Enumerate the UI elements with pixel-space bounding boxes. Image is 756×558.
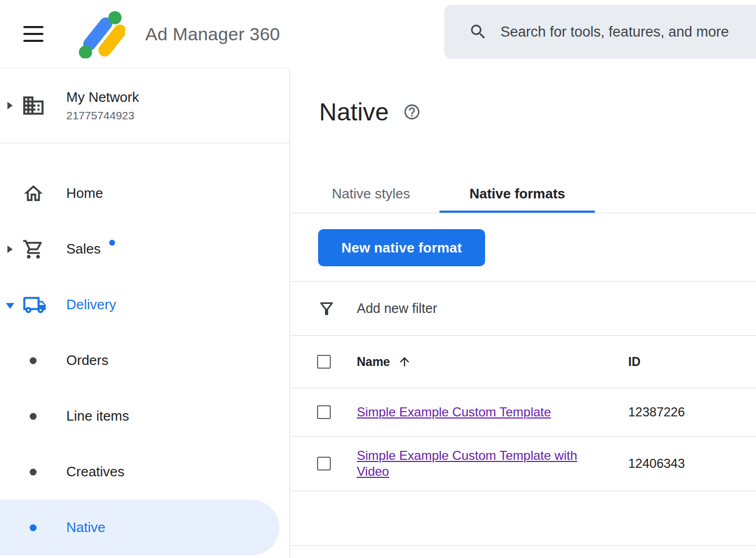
bullet-icon xyxy=(30,524,37,531)
bullet-icon xyxy=(30,357,37,364)
building-icon xyxy=(21,93,46,118)
format-link[interactable]: Simple Example Custom Template xyxy=(357,404,551,420)
main-content: Native Native styles Native formats New … xyxy=(291,68,756,558)
menu-icon[interactable] xyxy=(23,26,43,42)
format-id: 12406343 xyxy=(628,456,685,471)
search-icon xyxy=(469,22,488,41)
notification-dot xyxy=(109,240,115,246)
sidebar-item-native[interactable]: Native xyxy=(0,500,279,555)
search-input[interactable] xyxy=(500,24,751,40)
sidebar-item-label: Sales xyxy=(66,241,101,257)
expand-down-icon[interactable] xyxy=(6,303,14,309)
help-icon[interactable] xyxy=(403,103,421,121)
home-icon xyxy=(22,182,45,205)
network-name: My Network xyxy=(66,89,139,106)
expand-right-icon[interactable] xyxy=(7,246,13,253)
sidebar-item-sales[interactable]: Sales xyxy=(0,221,289,277)
row-checkbox[interactable] xyxy=(317,457,331,470)
sidebar-item-label: Home xyxy=(66,185,103,202)
ad-manager-logo-icon xyxy=(76,10,125,58)
sidebar-item-label: Orders xyxy=(66,352,108,369)
add-filter-bar[interactable]: Add new filter xyxy=(291,282,756,336)
format-link[interactable]: Simple Example Custom Template with Vide… xyxy=(357,448,606,479)
cart-icon xyxy=(22,238,45,260)
sidebar-item-label: Native xyxy=(66,519,106,536)
sidebar-item-home[interactable]: Home xyxy=(0,165,289,221)
page-header: Native xyxy=(291,68,756,126)
column-header-name[interactable]: Name xyxy=(357,355,390,369)
sort-ascending-icon[interactable] xyxy=(398,355,411,369)
sidebar-item-line-items[interactable]: Line items xyxy=(0,388,289,444)
page-title: Native xyxy=(319,98,389,126)
tab-native-formats[interactable]: Native formats xyxy=(439,175,595,213)
row-checkbox[interactable] xyxy=(317,405,331,419)
bullet-icon xyxy=(30,413,37,420)
empty-row xyxy=(291,491,756,546)
table-row: Simple Example Custom Template 12387226 xyxy=(291,388,756,437)
app-title: Ad Manager 360 xyxy=(145,24,280,45)
sidebar: My Network 21775744923 Home Sales Delive… xyxy=(0,68,290,558)
select-all-checkbox[interactable] xyxy=(317,355,331,369)
sidebar-item-label: Line items xyxy=(66,408,129,424)
bullet-icon xyxy=(30,468,37,475)
tab-label: Native styles xyxy=(332,186,410,202)
search-bar[interactable] xyxy=(444,5,756,59)
sidebar-nav: Home Sales Delivery Orders Line items xyxy=(0,143,289,555)
sidebar-item-label: Creatives xyxy=(66,464,125,480)
expand-right-icon[interactable] xyxy=(7,102,13,109)
top-bar: Ad Manager 360 xyxy=(0,0,756,68)
column-header-id[interactable]: ID xyxy=(628,355,640,369)
network-selector[interactable]: My Network 21775744923 xyxy=(0,68,289,143)
tab-bar: Native styles Native formats xyxy=(291,175,756,213)
table-header-row: Name ID xyxy=(291,336,756,388)
new-native-format-button[interactable]: New native format xyxy=(318,229,485,266)
filter-icon xyxy=(317,299,336,318)
sidebar-item-delivery[interactable]: Delivery xyxy=(0,277,289,333)
format-id: 12387226 xyxy=(628,405,685,420)
sidebar-item-creatives[interactable]: Creatives xyxy=(0,444,289,500)
table-row: Simple Example Custom Template with Vide… xyxy=(291,437,756,491)
network-id: 21775744923 xyxy=(66,109,139,122)
add-filter-label: Add new filter xyxy=(357,301,437,316)
tab-label: Native formats xyxy=(469,186,565,202)
native-formats-table: Name ID Simple Example Custom Template 1… xyxy=(291,336,756,546)
truck-icon xyxy=(22,293,47,317)
sidebar-item-label: Delivery xyxy=(66,297,116,313)
tab-native-styles[interactable]: Native styles xyxy=(302,175,439,213)
sidebar-item-orders[interactable]: Orders xyxy=(0,333,289,388)
